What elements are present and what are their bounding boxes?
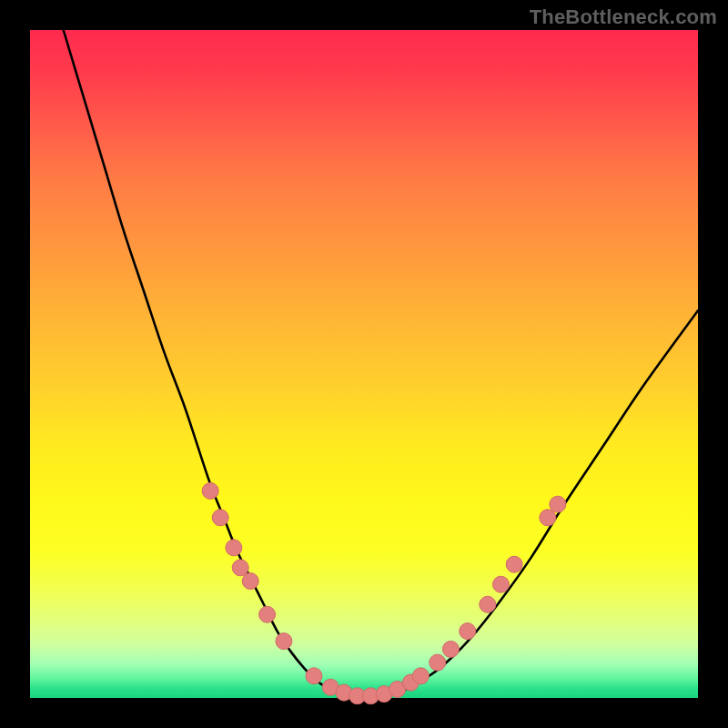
watermark-text: TheBottleneck.com — [530, 5, 717, 29]
data-marker — [212, 510, 228, 526]
data-marker — [460, 623, 476, 640]
chart-frame: TheBottleneck.com — [0, 0, 728, 728]
data-marker — [492, 576, 509, 592]
data-marker — [259, 606, 276, 622]
data-marker — [276, 633, 292, 650]
data-marker — [306, 668, 322, 684]
data-marker — [232, 560, 248, 576]
data-marker — [506, 556, 522, 572]
data-marker — [226, 540, 242, 556]
data-marker — [430, 654, 446, 671]
data-marker — [550, 496, 566, 512]
data-markers — [202, 482, 566, 703]
data-marker — [442, 641, 459, 657]
data-marker — [480, 596, 496, 612]
bottleneck-curve — [64, 30, 698, 697]
data-marker — [412, 668, 429, 684]
data-marker — [242, 573, 258, 590]
chart-svg — [30, 30, 698, 698]
data-marker — [202, 482, 218, 499]
data-marker — [540, 510, 556, 526]
chart-plot-area — [30, 30, 698, 698]
